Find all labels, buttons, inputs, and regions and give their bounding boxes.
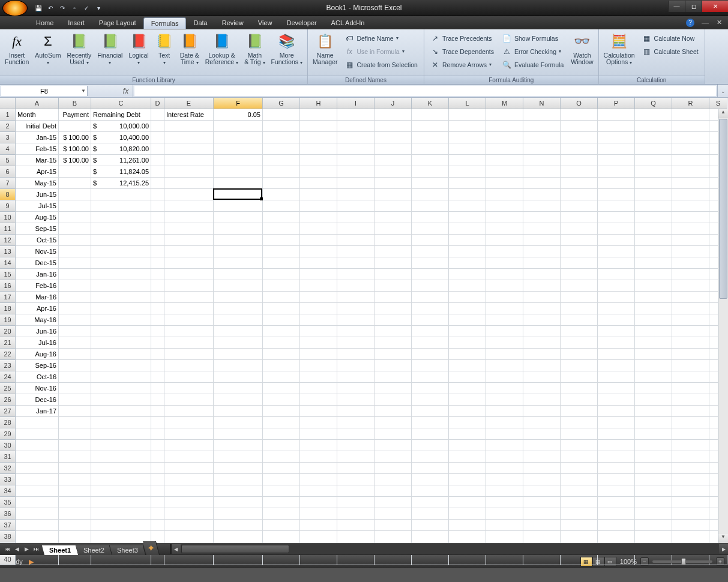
- cell[interactable]: [523, 497, 561, 508]
- row-header[interactable]: 25: [0, 383, 16, 394]
- cell[interactable]: 11,261.00: [91, 155, 151, 166]
- cell[interactable]: [151, 269, 164, 280]
- cell[interactable]: [375, 121, 412, 132]
- cell[interactable]: [300, 349, 337, 360]
- cell[interactable]: [300, 303, 337, 314]
- row-header[interactable]: 26: [0, 394, 16, 406]
- cell[interactable]: [164, 451, 214, 463]
- cell[interactable]: [151, 303, 164, 314]
- cell[interactable]: [300, 178, 337, 189]
- cell[interactable]: [151, 121, 164, 132]
- cell[interactable]: [91, 508, 151, 520]
- cell[interactable]: [561, 269, 598, 280]
- cell[interactable]: [412, 200, 449, 212]
- tab-insert[interactable]: Insert: [61, 17, 92, 29]
- cell[interactable]: [263, 406, 300, 417]
- cell[interactable]: [151, 554, 164, 565]
- cell[interactable]: [151, 383, 164, 394]
- cell[interactable]: [598, 383, 635, 394]
- cell[interactable]: [709, 554, 727, 565]
- cell[interactable]: [214, 155, 263, 166]
- cell[interactable]: [214, 269, 263, 280]
- cell[interactable]: [635, 554, 672, 565]
- cell[interactable]: [375, 212, 412, 223]
- cell[interactable]: [263, 143, 300, 155]
- row-header[interactable]: 37: [0, 520, 16, 531]
- cell[interactable]: [561, 292, 598, 303]
- cell[interactable]: [672, 326, 709, 337]
- cell[interactable]: [337, 520, 375, 531]
- cell[interactable]: [337, 303, 375, 314]
- cell[interactable]: [412, 246, 449, 257]
- cell[interactable]: [337, 246, 375, 257]
- cell[interactable]: [151, 417, 164, 428]
- cell[interactable]: [449, 303, 486, 314]
- cell[interactable]: [214, 508, 263, 520]
- cell[interactable]: [486, 554, 523, 565]
- cell[interactable]: [214, 292, 263, 303]
- cell[interactable]: [375, 280, 412, 292]
- cell[interactable]: [523, 178, 561, 189]
- cell[interactable]: [214, 520, 263, 531]
- zoom-thumb[interactable]: [681, 558, 686, 565]
- cell[interactable]: [337, 109, 375, 121]
- row-header[interactable]: 31: [0, 451, 16, 463]
- cell[interactable]: [151, 360, 164, 371]
- cell[interactable]: [91, 257, 151, 269]
- cell[interactable]: [59, 337, 91, 349]
- cells-area[interactable]: MonthPaymentRemaining DebtInterest Rate0…: [16, 109, 727, 565]
- cell[interactable]: [486, 121, 523, 132]
- cell[interactable]: [635, 143, 672, 155]
- cell[interactable]: [337, 531, 375, 542]
- cell[interactable]: [598, 280, 635, 292]
- cell[interactable]: Nov-15: [16, 246, 59, 257]
- cell[interactable]: [561, 497, 598, 508]
- hscroll-thumb[interactable]: [181, 545, 289, 553]
- cell[interactable]: [300, 269, 337, 280]
- cell[interactable]: [263, 360, 300, 371]
- cell[interactable]: [59, 269, 91, 280]
- cell[interactable]: [164, 314, 214, 326]
- cell[interactable]: [635, 257, 672, 269]
- save-icon[interactable]: 💾: [34, 3, 43, 13]
- cell[interactable]: [486, 406, 523, 417]
- cell[interactable]: [16, 440, 59, 451]
- cell[interactable]: [486, 474, 523, 485]
- cell[interactable]: [263, 109, 300, 121]
- cell[interactable]: [214, 451, 263, 463]
- cell[interactable]: [561, 189, 598, 200]
- cell[interactable]: [300, 246, 337, 257]
- fx-button[interactable]: fx: [119, 85, 133, 97]
- cell[interactable]: [375, 223, 412, 235]
- remove-arrows-button[interactable]: ✕Remove Arrows ▾: [428, 58, 496, 71]
- cell[interactable]: [337, 474, 375, 485]
- cell[interactable]: [486, 463, 523, 474]
- cell[interactable]: Initial Debt: [16, 121, 59, 132]
- cell[interactable]: [561, 121, 598, 132]
- cell[interactable]: [300, 223, 337, 235]
- row-header[interactable]: 22: [0, 349, 16, 360]
- cell[interactable]: [164, 303, 214, 314]
- cell[interactable]: [672, 109, 709, 121]
- text-button[interactable]: 📒 Text▾: [152, 31, 176, 67]
- cell[interactable]: [598, 508, 635, 520]
- cell[interactable]: Mar-16: [16, 292, 59, 303]
- cell[interactable]: [375, 428, 412, 440]
- cell[interactable]: [672, 485, 709, 497]
- cell[interactable]: [337, 143, 375, 155]
- cell[interactable]: Jul-16: [16, 337, 59, 349]
- cell[interactable]: [164, 485, 214, 497]
- cell[interactable]: [91, 314, 151, 326]
- cell[interactable]: [214, 474, 263, 485]
- cell[interactable]: Feb-15: [16, 143, 59, 155]
- cell[interactable]: [635, 189, 672, 200]
- cell[interactable]: [672, 246, 709, 257]
- cell[interactable]: [337, 257, 375, 269]
- cell[interactable]: [59, 223, 91, 235]
- formula-input[interactable]: [134, 86, 716, 96]
- cell[interactable]: [337, 326, 375, 337]
- cell[interactable]: [214, 235, 263, 246]
- cell[interactable]: [561, 440, 598, 451]
- cell[interactable]: [337, 189, 375, 200]
- cell[interactable]: [151, 440, 164, 451]
